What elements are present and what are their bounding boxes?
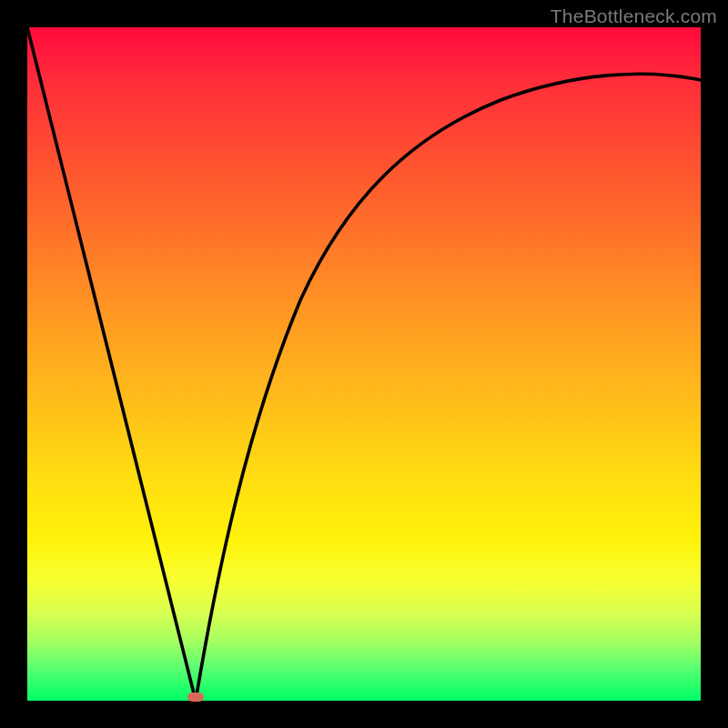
chart-frame: TheBottleneck.com xyxy=(0,0,728,728)
plot-area xyxy=(27,27,701,701)
bottleneck-curve xyxy=(27,27,701,701)
minimum-marker xyxy=(187,693,204,702)
curve-right-segment xyxy=(196,74,701,701)
watermark-text: TheBottleneck.com xyxy=(551,5,717,27)
curve-left-segment xyxy=(27,27,196,701)
